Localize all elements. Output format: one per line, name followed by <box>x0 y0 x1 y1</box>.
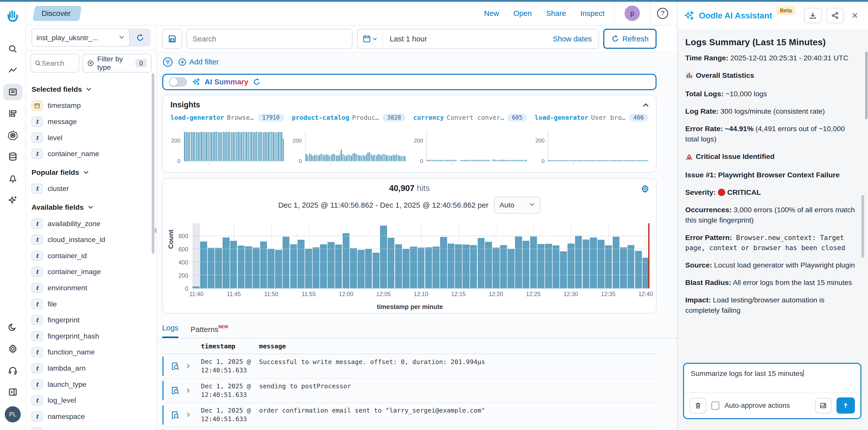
field-item-message[interactable]: tmessage <box>32 114 151 130</box>
column-header-timestamp[interactable]: timestamp <box>201 343 259 350</box>
attach-image-button[interactable] <box>815 398 832 413</box>
ai-panel-scrollbar[interactable] <box>862 195 864 258</box>
available-fields-header[interactable]: Available fields <box>32 199 151 216</box>
ai-sparkles-icon[interactable] <box>3 192 22 208</box>
support-headset-icon[interactable] <box>3 362 22 379</box>
metrics-icon[interactable] <box>3 62 22 79</box>
insight-item[interactable]: load-generatorUser browsin…466 2000 <box>535 114 648 161</box>
index-refresh-button[interactable] <box>130 29 151 47</box>
user-avatar[interactable]: p <box>624 5 640 21</box>
new-button[interactable]: New <box>484 9 499 18</box>
field-item[interactable]: tlambda_arn <box>32 360 151 376</box>
left-icon-rail: PL <box>0 2 26 430</box>
add-filter-button[interactable]: Add filter <box>178 58 219 66</box>
popular-fields-header[interactable]: Popular fields <box>32 164 151 181</box>
ai-chat-input[interactable]: Summarize logs for last 15 minutes <box>684 364 861 393</box>
kubernetes-icon[interactable] <box>3 127 22 144</box>
help-icon[interactable]: ? <box>657 8 668 19</box>
expand-chevron-icon[interactable] <box>185 412 191 418</box>
table-row[interactable]: Dec 1, 2025 @12:40:51.628 order placed <box>162 427 656 430</box>
table-row[interactable]: Dec 1, 2025 @12:40:51.633 Successful to … <box>162 354 656 378</box>
filter-by-type-button[interactable]: Filter by type 0 <box>83 54 152 73</box>
refresh-icon[interactable] <box>253 78 261 86</box>
console-panel-icon[interactable] <box>3 384 22 400</box>
download-button[interactable] <box>804 8 822 23</box>
count-badge: 3828 <box>382 114 405 121</box>
field-item[interactable]: tcloud_instance_id <box>32 232 151 248</box>
user-avatar-pl[interactable]: PL <box>5 406 21 423</box>
field-item[interactable]: tfunction_name <box>32 344 151 360</box>
chart-options-gear-icon[interactable] <box>641 184 650 195</box>
field-search-input[interactable] <box>31 54 79 73</box>
ai-summary-label: AI Summary <box>205 78 248 86</box>
field-item[interactable]: tcontainer_image <box>32 264 151 280</box>
expand-chevron-icon[interactable] <box>185 363 191 369</box>
inspect-button[interactable]: Inspect <box>580 9 604 18</box>
field-item-timestamp[interactable]: timestamp <box>32 97 151 114</box>
query-bar: Last 1 hour Show dates Refresh <box>157 26 677 53</box>
field-item[interactable]: tfingerprint_hash <box>32 328 151 344</box>
ai-summary-toggle[interactable] <box>169 77 187 87</box>
refresh-button[interactable]: Refresh <box>603 29 656 49</box>
send-button[interactable] <box>836 397 855 413</box>
close-icon[interactable]: ✕ <box>848 9 862 22</box>
time-range-value[interactable]: Last 1 hour <box>383 35 427 43</box>
date-quick-select-button[interactable] <box>358 29 383 48</box>
interval-select[interactable]: Auto <box>494 197 540 213</box>
view-details-icon[interactable] <box>170 386 180 395</box>
tab-logs[interactable]: Logs <box>162 324 178 338</box>
app-header: Discover New Open Share Inspect p ? <box>26 2 677 26</box>
count-badge: 17910 <box>258 114 284 121</box>
database-icon[interactable] <box>3 148 22 165</box>
text-field-icon: t <box>32 411 43 422</box>
sidebar-scrollbar[interactable] <box>152 73 154 254</box>
clear-chat-trash-button[interactable] <box>690 398 706 413</box>
save-query-button[interactable] <box>162 29 182 49</box>
share-button[interactable]: Share <box>546 9 566 18</box>
text-field-icon: t <box>32 347 43 357</box>
field-item-cluster[interactable]: tcluster <box>32 181 151 197</box>
query-search-input[interactable] <box>186 29 352 49</box>
tab-patterns[interactable]: PatternsNEW <box>190 325 228 338</box>
column-header-message[interactable]: message <box>259 343 286 350</box>
field-item[interactable]: tnamespace_labels <box>32 425 151 430</box>
dark-mode-moon-icon[interactable] <box>3 319 22 336</box>
selected-fields-header[interactable]: Selected fields <box>32 81 151 97</box>
insight-item[interactable]: product-catalogProduct Fou…3828 2000 <box>292 114 405 161</box>
field-item[interactable]: tlog_level <box>32 392 151 408</box>
window-scrollbar[interactable] <box>865 52 868 119</box>
auto-approve-checkbox[interactable] <box>711 401 720 410</box>
main-histogram[interactable]: Count 0200400600800 11:4011:4511:5011:55… <box>168 223 652 311</box>
text-field-icon: t <box>32 219 43 228</box>
field-item-level[interactable]: tlevel <box>32 130 151 146</box>
discover-tab[interactable]: Discover <box>33 6 82 21</box>
view-details-icon[interactable] <box>170 362 180 371</box>
filters-icon[interactable] <box>162 57 173 68</box>
oodle-logo[interactable] <box>5 9 20 26</box>
field-item[interactable]: tenvironment <box>32 280 151 296</box>
settings-gear-icon[interactable] <box>3 341 22 357</box>
search-icon[interactable] <box>3 40 22 57</box>
collapse-chevron-icon[interactable] <box>642 101 650 111</box>
field-item[interactable]: tfile <box>32 296 151 312</box>
alerts-bell-icon[interactable] <box>3 170 22 187</box>
field-item[interactable]: tcontainer_id <box>32 248 151 264</box>
table-row[interactable]: Dec 1, 2025 @12:40:51.633 sending to pos… <box>162 379 656 403</box>
logs-icon[interactable] <box>3 84 22 101</box>
field-item[interactable]: tlaunch_type <box>32 376 151 392</box>
hits-count: 40,907 hits <box>163 183 656 193</box>
field-item-container-name[interactable]: tcontainer_name <box>32 146 151 162</box>
expand-chevron-icon[interactable] <box>185 388 191 393</box>
index-pattern-select[interactable]: inst_play_uksntr_... <box>32 29 130 47</box>
traces-icon[interactable] <box>3 105 22 122</box>
open-button[interactable]: Open <box>514 9 532 18</box>
table-row[interactable]: Dec 1, 2025 @12:40:51.633 order confirma… <box>162 403 656 427</box>
insight-item[interactable]: currencyConvert conversion …605 2000 <box>413 114 527 161</box>
view-details-icon[interactable] <box>170 410 180 420</box>
share-button[interactable] <box>826 8 844 23</box>
field-item[interactable]: tfingerprint <box>32 312 151 328</box>
field-item[interactable]: tavailability_zone <box>32 216 151 232</box>
show-dates-button[interactable]: Show dates <box>553 35 598 43</box>
field-item[interactable]: tnamespace <box>32 408 151 425</box>
insight-item[interactable]: load-generatorBrowser.new…17910 2000 <box>170 114 284 161</box>
